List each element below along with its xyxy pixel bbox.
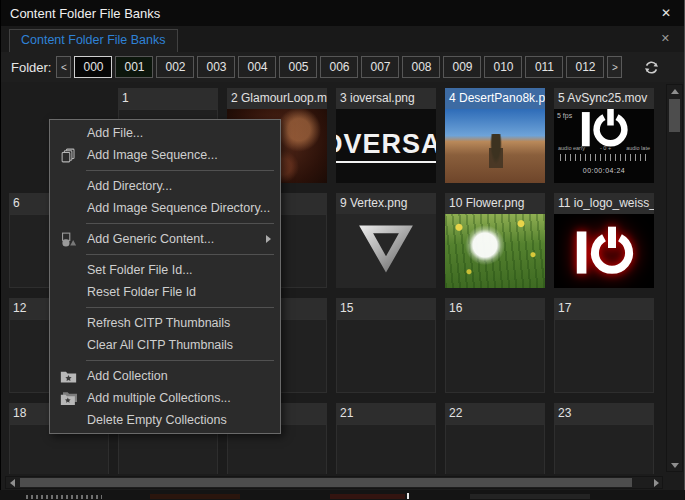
folder-button-005[interactable]: 005 <box>279 56 317 78</box>
file-cell-21[interactable]: 21 <box>336 403 436 474</box>
folder-button-008[interactable]: 008 <box>402 56 440 78</box>
file-cell-23[interactable]: 23 <box>554 403 654 474</box>
file-thumbnail[interactable] <box>554 424 654 474</box>
menu-item-refresh-citp-thumbnails[interactable]: Refresh CITP Thumbnails <box>50 312 280 334</box>
menu-item-label: Add Image Sequence Directory... <box>87 201 270 215</box>
folder-button-010[interactable]: 010 <box>484 56 522 78</box>
scroll-right-icon[interactable] <box>650 477 662 488</box>
menu-item-label: Add Directory... <box>87 179 172 193</box>
folder-prev-button[interactable]: < <box>56 56 71 78</box>
tab-content-folder-file-banks[interactable]: Content Folder File Banks <box>9 29 178 52</box>
menu-item-label: Refresh CITP Thumbnails <box>87 316 230 330</box>
menu-item-label: Add File... <box>87 126 143 140</box>
file-cell-header[interactable]: 15 <box>336 298 436 319</box>
file-cell-header[interactable]: 22 <box>445 403 545 424</box>
scroll-left-icon[interactable] <box>6 477 18 488</box>
file-thumbnail[interactable]: 5 fpsaudio early- 0 +audio late00:00:04:… <box>554 109 654 183</box>
menu-item-add-generic-content[interactable]: Add Generic Content... <box>50 228 280 250</box>
file-cell-9[interactable]: 9 Vertex.png <box>336 193 436 288</box>
vertical-scrollbar-thumb[interactable] <box>669 99 680 132</box>
menu-item-label: Add Generic Content... <box>87 232 214 246</box>
fps-label: 5 fps <box>557 112 572 119</box>
file-cell-header[interactable]: 1 <box>118 88 218 109</box>
file-thumbnail[interactable] <box>336 319 436 393</box>
file-cell-header[interactable]: 3 ioversal.png <box>336 88 436 109</box>
background-detail <box>330 494 405 499</box>
io-power-logo-icon <box>578 109 630 149</box>
tab-close-icon[interactable]: ✕ <box>661 32 670 45</box>
menu-item-label: Add multiple Collections... <box>87 391 231 405</box>
window-title: Content Folder File Banks <box>10 6 160 21</box>
folder-next-button[interactable]: > <box>607 56 622 78</box>
folders-star-icon <box>50 390 87 407</box>
file-cell-11[interactable]: 11 io_logo_weiss_re <box>554 193 654 288</box>
file-thumbnail[interactable] <box>554 319 654 393</box>
menu-item-add-directory[interactable]: Add Directory... <box>50 175 280 197</box>
menu-item-add-collection[interactable]: Add Collection <box>50 365 280 387</box>
menu-item-delete-empty-collections[interactable]: Delete Empty Collections <box>50 409 280 431</box>
file-cell-header[interactable]: 4 DesertPano8k.png <box>445 88 545 109</box>
file-cell-header[interactable]: 17 <box>554 298 654 319</box>
audio-sync-labels: audio early- 0 +audio late <box>554 145 654 151</box>
file-cell-17[interactable]: 17 <box>554 298 654 393</box>
menu-separator <box>86 307 274 308</box>
file-cell-5[interactable]: 5 AvSync25.mov5 fpsaudio early- 0 +audio… <box>554 88 654 183</box>
image-sequence-icon <box>50 147 87 164</box>
file-cell-header[interactable]: 2 GlamourLoop.mp4 <box>227 88 327 109</box>
refresh-button[interactable] <box>640 56 662 78</box>
folder-button-011[interactable]: 011 <box>525 56 563 78</box>
file-cell-3[interactable]: 3 ioversal.pngIOVERSAL <box>336 88 436 183</box>
horizontal-scrollbar-thumb[interactable] <box>20 478 632 487</box>
file-cell-header[interactable]: 9 Vertex.png <box>336 193 436 214</box>
file-cell-22[interactable]: 22 <box>445 403 545 474</box>
menu-item-label: Set Folder File Id... <box>87 263 193 277</box>
menu-item-label: Reset Folder File Id <box>87 285 196 299</box>
file-cell-header[interactable]: 5 AvSync25.mov <box>554 88 654 109</box>
ioversal-logo-text: IOVERSAL <box>336 129 436 163</box>
file-thumbnail[interactable] <box>336 214 436 288</box>
file-cell-4[interactable]: 4 DesertPano8k.png <box>445 88 545 183</box>
scroll-up-icon[interactable] <box>667 85 682 97</box>
menu-item-set-folder-file-id[interactable]: Set Folder File Id... <box>50 259 280 281</box>
file-thumbnail[interactable] <box>445 109 545 183</box>
folder-button-004[interactable]: 004 <box>238 56 276 78</box>
window-close-icon[interactable]: ✕ <box>657 6 675 20</box>
generic-content-icon <box>50 231 87 248</box>
file-cell-header[interactable]: 23 <box>554 403 654 424</box>
folder-button-001[interactable]: 001 <box>115 56 153 78</box>
file-cell-header[interactable]: 10 Flower.png <box>445 193 545 214</box>
file-cell-10[interactable]: 10 Flower.png <box>445 193 545 288</box>
background-detail <box>26 495 102 499</box>
file-cell-16[interactable]: 16 <box>445 298 545 393</box>
folder-button-002[interactable]: 002 <box>156 56 194 78</box>
window-titlebar[interactable]: Content Folder File Banks ✕ <box>1 0 684 26</box>
folder-button-003[interactable]: 003 <box>197 56 235 78</box>
file-thumbnail[interactable] <box>336 424 436 474</box>
folder-button-007[interactable]: 007 <box>361 56 399 78</box>
file-thumbnail[interactable] <box>554 214 654 288</box>
sync-tick-scale <box>560 154 648 161</box>
file-cell-header[interactable]: 16 <box>445 298 545 319</box>
horizontal-scrollbar[interactable] <box>5 476 663 489</box>
file-thumbnail[interactable] <box>445 424 545 474</box>
file-thumbnail[interactable] <box>445 319 545 393</box>
folder-button-006[interactable]: 006 <box>320 56 358 78</box>
menu-item-add-multiple-collections[interactable]: Add multiple Collections... <box>50 387 280 409</box>
file-thumbnail[interactable]: IOVERSAL <box>336 109 436 183</box>
menu-item-label: Clear All CITP Thumbnails <box>87 338 233 352</box>
vertical-scrollbar[interactable] <box>666 84 683 472</box>
file-thumbnail[interactable] <box>445 214 545 288</box>
file-cell-15[interactable]: 15 <box>336 298 436 393</box>
menu-item-add-image-sequence-directory[interactable]: Add Image Sequence Directory... <box>50 197 280 219</box>
file-cell-header[interactable]: 21 <box>336 403 436 424</box>
scroll-down-icon[interactable] <box>667 459 682 471</box>
submenu-arrow-icon <box>266 235 271 243</box>
folder-button-012[interactable]: 012 <box>566 56 604 78</box>
menu-item-reset-folder-file-id[interactable]: Reset Folder File Id <box>50 281 280 303</box>
menu-item-clear-all-citp-thumbnails[interactable]: Clear All CITP Thumbnails <box>50 334 280 356</box>
file-cell-header[interactable]: 11 io_logo_weiss_re <box>554 193 654 214</box>
menu-item-add-file[interactable]: Add File... <box>50 122 280 144</box>
folder-button-009[interactable]: 009 <box>443 56 481 78</box>
menu-item-add-image-sequence[interactable]: Add Image Sequence... <box>50 144 280 166</box>
folder-button-000[interactable]: 000 <box>74 56 112 78</box>
